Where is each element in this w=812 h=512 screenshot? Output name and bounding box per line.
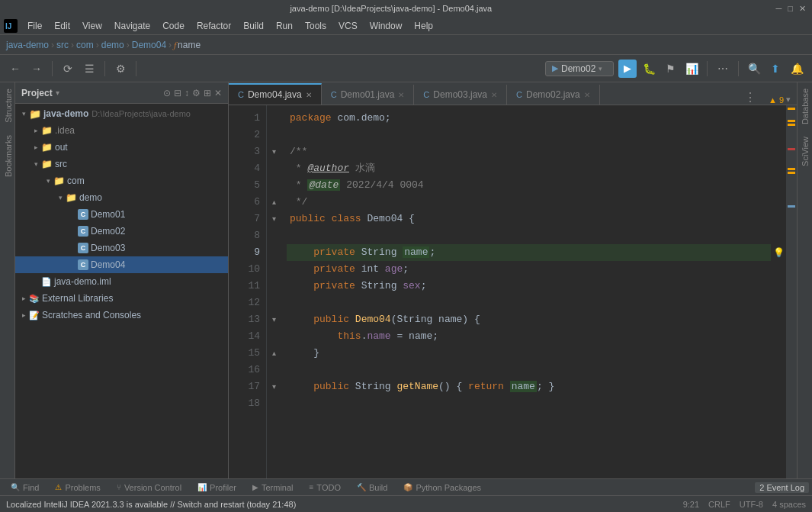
close-panel-btn[interactable]: ✕	[214, 88, 222, 98]
structure-btn[interactable]: ☰	[80, 60, 98, 78]
warning-expand-btn[interactable]: ▾	[786, 95, 791, 105]
tab-demo02-close[interactable]: ✕	[584, 91, 590, 99]
sciview-tab[interactable]: SciView	[799, 130, 811, 172]
tree-demo04[interactable]: C Demo04	[15, 256, 228, 273]
tree-iml[interactable]: 📄 java-demo.iml	[15, 273, 228, 290]
menu-navigate[interactable]: Navigate	[108, 17, 156, 35]
run-btn[interactable]: ▶	[618, 60, 637, 78]
build-tab[interactable]: 🔨 Build	[349, 479, 395, 496]
more-actions-btn[interactable]: ⋯	[714, 60, 732, 78]
expand-panel-btn[interactable]: ⊞	[204, 88, 211, 98]
tree-ext-libs[interactable]: ▸ 📚 External Libraries	[15, 290, 228, 307]
breadcrumb-com[interactable]: com	[76, 40, 94, 50]
terminal-tab[interactable]: ▶ Terminal	[245, 479, 301, 496]
python-packages-tab[interactable]: 📦 Python Packages	[396, 479, 489, 496]
tree-demo[interactable]: ▾ 📁 demo	[15, 189, 228, 206]
menu-window[interactable]: Window	[364, 17, 409, 35]
nav-back-btn[interactable]: ←	[6, 60, 24, 78]
sort-btn[interactable]: ↕	[185, 88, 189, 98]
menu-edit[interactable]: Edit	[48, 17, 76, 35]
problems-tab[interactable]: ⚠ Problems	[47, 479, 108, 496]
stripe-warning-2[interactable]	[788, 120, 795, 122]
tab-overflow-btn[interactable]: ⋮	[738, 90, 762, 105]
warning-badge[interactable]: ▲ 9 ▾	[762, 95, 797, 105]
stripe-warning-4[interactable]	[788, 168, 795, 170]
maximize-btn[interactable]: □	[788, 4, 793, 14]
tree-demo01[interactable]: C Demo01	[15, 206, 228, 223]
tab-demo04[interactable]: C Demo04.java ✕	[229, 83, 322, 105]
project-dropdown-arrow[interactable]: ▾	[56, 89, 59, 97]
tree-src[interactable]: ▾ 📁 src	[15, 156, 228, 172]
tree-root[interactable]: ▾ 📁 java-demo D:\IdeaProjects\java-demo	[15, 105, 228, 122]
tab-demo01-close[interactable]: ✕	[398, 91, 404, 99]
tree-demo03[interactable]: C Demo03	[15, 240, 228, 256]
breadcrumb-demo04[interactable]: Demo04	[132, 40, 166, 50]
stripe-info-1[interactable]	[788, 205, 795, 208]
menu-tools[interactable]: Tools	[299, 17, 332, 35]
cursor-position[interactable]: 9:21	[683, 500, 699, 509]
tab-demo04-close[interactable]: ✕	[306, 91, 312, 99]
stripe-error-1[interactable]	[788, 148, 795, 150]
profiler-tab[interactable]: 📊 Profiler	[190, 479, 244, 496]
fold-13[interactable]: ▾	[267, 311, 281, 328]
encoding[interactable]: UTF-8	[740, 500, 763, 509]
indent-info[interactable]: 4 spaces	[772, 500, 806, 509]
code-line-17: public String getName() { return name; }	[287, 378, 771, 395]
close-btn[interactable]: ✕	[799, 4, 806, 14]
locate-file-btn[interactable]: ⊙	[163, 88, 171, 98]
notifications-btn[interactable]: 🔔	[788, 60, 806, 78]
breadcrumb-name[interactable]: name	[178, 40, 201, 50]
fold-17[interactable]: ▾	[267, 378, 281, 395]
tab-demo01[interactable]: C Demo01.java ✕	[322, 85, 415, 105]
fold-15[interactable]: ▴	[267, 345, 281, 362]
bookmarks-tab[interactable]: Bookmarks	[0, 129, 14, 183]
coverage-btn[interactable]: ⚑	[661, 60, 679, 78]
settings-btn[interactable]: ⚙	[111, 60, 130, 78]
stripe-warning-1[interactable]	[788, 108, 795, 110]
search-everywhere-btn[interactable]: 🔍	[745, 60, 763, 78]
version-control-tab[interactable]: ⑂ Version Control	[109, 479, 189, 496]
run-config-dropdown[interactable]: ▶ Demo02 ▾	[545, 61, 614, 76]
menu-run[interactable]: Run	[270, 17, 299, 35]
project-settings-btn[interactable]: ⚙	[192, 88, 201, 98]
line-ending[interactable]: CRLF	[708, 500, 730, 509]
tree-scratches[interactable]: ▸ 📝 Scratches and Consoles	[15, 307, 228, 324]
menu-file[interactable]: File	[21, 17, 48, 35]
nav-fwd-btn[interactable]: →	[27, 60, 46, 78]
sync-btn[interactable]: ⟳	[59, 60, 77, 78]
update-btn[interactable]: ⬆	[766, 60, 785, 78]
menu-build[interactable]: Build	[237, 17, 270, 35]
tree-demo02[interactable]: C Demo02	[15, 223, 228, 240]
structure-tab[interactable]: Structure	[0, 82, 14, 129]
breadcrumb-project[interactable]: java-demo	[6, 40, 49, 50]
event-log-btn[interactable]: 2 Event Log	[755, 482, 809, 493]
database-tab[interactable]: Database	[799, 82, 811, 130]
debug-btn[interactable]: 🐛	[640, 60, 658, 78]
menu-help[interactable]: Help	[408, 17, 439, 35]
fold-3[interactable]: ▾	[267, 143, 281, 160]
tab-demo03[interactable]: C Demo03.java ✕	[414, 85, 507, 105]
tab-demo02[interactable]: C Demo02.java ✕	[507, 85, 600, 105]
code-editor[interactable]: package com.demo; /** * @author 水滴 * @da…	[281, 105, 771, 478]
tree-out[interactable]: ▸ 📁 out	[15, 139, 228, 156]
fold-6[interactable]: ▴	[267, 194, 281, 211]
stripe-warning-3[interactable]	[788, 124, 795, 126]
menu-refactor[interactable]: Refactor	[191, 17, 237, 35]
fold-7[interactable]: ▾	[267, 211, 281, 227]
collapse-all-btn[interactable]: ⊟	[174, 88, 181, 98]
demo-arrow: ▾	[55, 192, 66, 203]
tab-demo03-close[interactable]: ✕	[491, 91, 497, 99]
profile-btn[interactable]: 📊	[682, 60, 701, 78]
stripe-warning-5[interactable]	[788, 172, 795, 174]
menu-vcs[interactable]: VCS	[332, 17, 364, 35]
minimize-btn[interactable]: ─	[776, 4, 782, 14]
find-tab[interactable]: 🔍 Find	[3, 479, 47, 496]
tree-idea[interactable]: ▸ 📁 .idea	[15, 122, 228, 139]
menu-view[interactable]: View	[76, 17, 108, 35]
tree-com[interactable]: ▾ 📁 com	[15, 172, 228, 189]
breadcrumb-demo[interactable]: demo	[101, 40, 124, 50]
lightbulb-icon[interactable]: 💡	[771, 244, 786, 261]
todo-tab[interactable]: ≡ TODO	[302, 479, 348, 496]
menu-code[interactable]: Code	[156, 17, 191, 35]
breadcrumb-src[interactable]: src	[56, 40, 69, 50]
